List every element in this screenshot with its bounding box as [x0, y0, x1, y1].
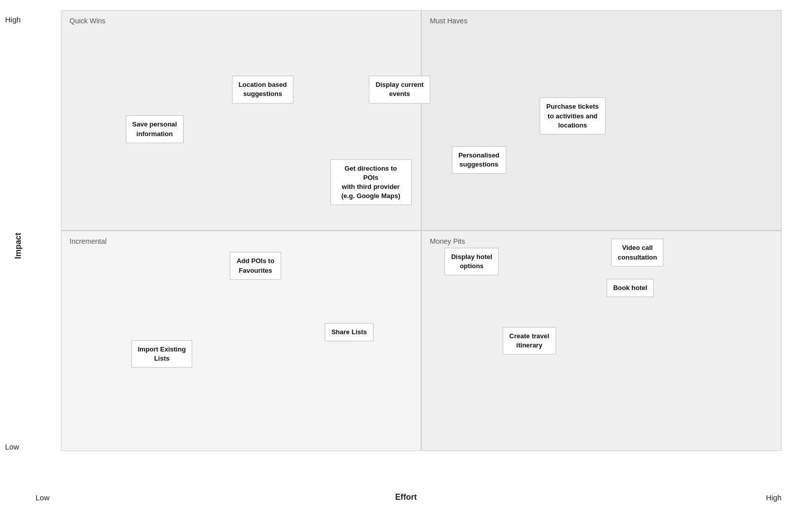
- feature-personalised-suggestions[interactable]: Personalised suggestions: [452, 146, 506, 174]
- feature-display-hotel-options[interactable]: Display hotel options: [445, 248, 499, 275]
- feature-display-current-events[interactable]: Display current events: [369, 76, 430, 103]
- feature-share-lists[interactable]: Share Lists: [325, 323, 374, 341]
- feature-purchase-tickets[interactable]: Purchase tickets to activities and locat…: [540, 98, 605, 135]
- y-high-label: High: [5, 15, 21, 24]
- feature-get-directions[interactable]: Get directions to POIs with third provid…: [330, 159, 412, 205]
- y-low-label: Low: [5, 442, 19, 451]
- feature-add-pois-favourites[interactable]: Add POIs to Favourites: [230, 252, 281, 279]
- x-high-label: High: [766, 493, 782, 502]
- x-low-label: Low: [36, 493, 50, 502]
- feature-save-personal-information[interactable]: Save personal information: [126, 115, 184, 143]
- x-axis-label: Effort: [395, 493, 417, 502]
- feature-create-travel-itinerary[interactable]: Create travel itinerary: [503, 327, 556, 355]
- chart-container: High Impact Low Low Effort High Quick Wi…: [30, 10, 782, 482]
- y-axis-label: Impact: [14, 233, 23, 259]
- feature-import-existing-lists[interactable]: Import Existing Lists: [131, 340, 192, 368]
- features-layer: Location based suggestionsDisplay curren…: [61, 10, 782, 451]
- feature-book-hotel[interactable]: Book hotel: [606, 279, 654, 297]
- feature-video-call-consultation[interactable]: Video call consultation: [611, 239, 663, 266]
- feature-location-based-suggestions[interactable]: Location based suggestions: [232, 76, 293, 103]
